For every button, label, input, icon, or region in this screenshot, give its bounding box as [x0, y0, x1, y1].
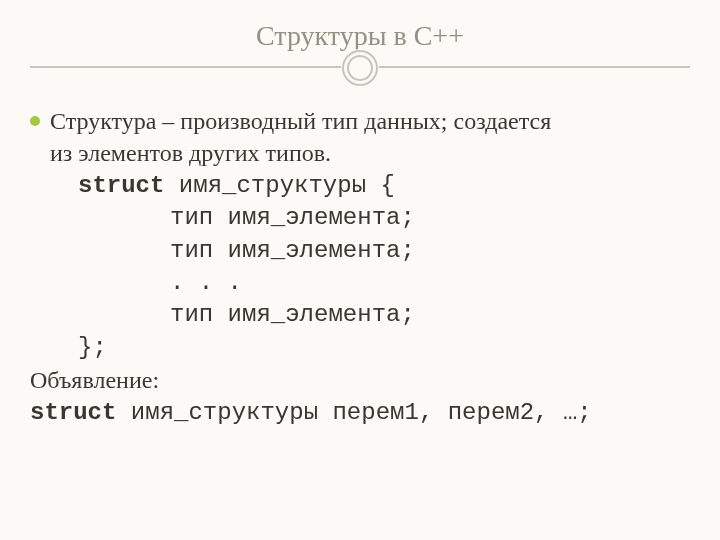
- title-divider-ornament: [30, 49, 690, 87]
- keyword-struct: struct: [78, 172, 164, 199]
- code-text: имя_структуры {: [179, 172, 395, 199]
- bullet-text-line2: из элементов других типов.: [50, 137, 551, 169]
- bullet-text-line1: Структура – производный тип данных; созд…: [50, 108, 551, 134]
- keyword-struct: struct: [30, 399, 116, 426]
- bullet-icon: [30, 116, 40, 126]
- bullet-item: Структура – производный тип данных; созд…: [30, 105, 690, 170]
- code-text: имя_структуры перем1, перем2, …;: [131, 399, 592, 426]
- slide-body: Структура – производный тип данных; созд…: [30, 105, 690, 429]
- code-line: тип имя_элемента;: [170, 235, 690, 267]
- code-line: . . .: [170, 267, 690, 299]
- code-line: struct имя_структуры перем1, перем2, …;: [30, 397, 690, 429]
- declaration-label: Объявление:: [30, 364, 690, 396]
- code-line: struct имя_структуры {: [78, 170, 690, 202]
- code-line: тип имя_элемента;: [170, 202, 690, 234]
- code-line: тип имя_элемента;: [170, 299, 690, 331]
- code-line: };: [78, 332, 690, 364]
